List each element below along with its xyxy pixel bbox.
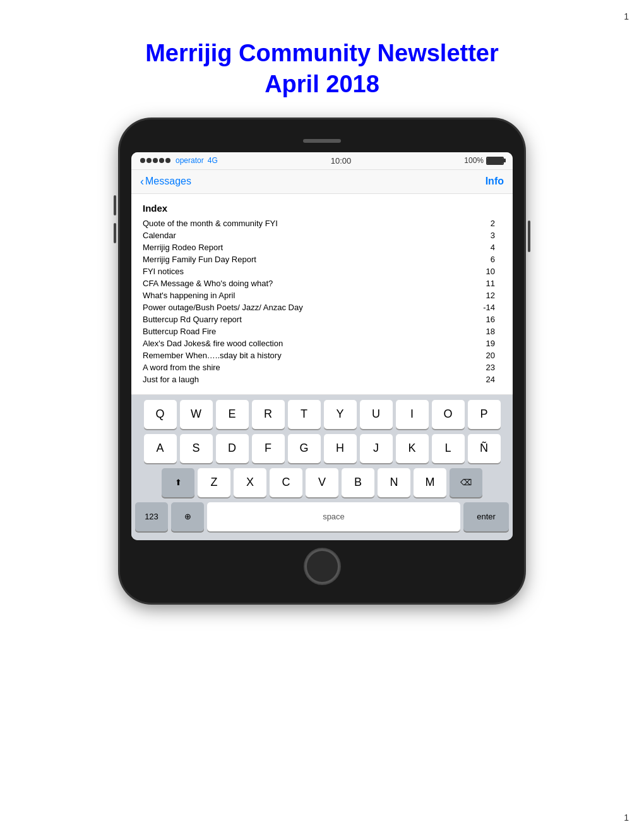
key-j[interactable]: J: [360, 434, 393, 463]
key-x[interactable]: X: [234, 468, 266, 497]
index-item-page: 11: [465, 277, 501, 289]
index-item-page: 3: [465, 229, 501, 241]
battery-icon: [486, 157, 504, 165]
messages-info-button[interactable]: Info: [486, 176, 504, 187]
key-d[interactable]: D: [216, 434, 249, 463]
index-item-page: 23: [465, 361, 501, 373]
index-item-label: What's happening in April: [143, 289, 465, 301]
phone-speaker: [303, 139, 341, 143]
index-item-label: Calendar: [143, 229, 465, 241]
index-row: Merrijig Family Fun Day Report6: [143, 253, 501, 265]
keyboard-row-2: ASDFGHJKLÑ: [135, 434, 509, 463]
index-row: Buttercup Road Fire18: [143, 325, 501, 337]
index-item-page: 16: [465, 313, 501, 325]
keyboard: QWERTYUIOP ASDFGHJKLÑ ⬆ZXCVBNM⌫ 123⊕spac…: [131, 395, 513, 540]
key-c[interactable]: C: [270, 468, 302, 497]
backspace-key[interactable]: ⌫: [450, 468, 482, 497]
key-o[interactable]: O: [432, 400, 465, 429]
home-button[interactable]: [305, 549, 340, 584]
key-r[interactable]: R: [252, 400, 285, 429]
battery-fill: [487, 158, 503, 164]
space-key[interactable]: space: [207, 502, 460, 531]
page-number-top: 1: [624, 11, 629, 21]
globe-key[interactable]: ⊕: [171, 502, 204, 531]
index-row: Quote of the month & community FYI2: [143, 217, 501, 229]
index-row: FYI notices10: [143, 265, 501, 277]
index-item-page: 24: [465, 373, 501, 385]
index-item-label: Buttercup Road Fire: [143, 325, 465, 337]
index-item-label: A word from the shire: [143, 361, 465, 373]
key-i[interactable]: I: [396, 400, 429, 429]
status-bar: operator 4G 10:00 100%: [131, 152, 513, 170]
key-v[interactable]: V: [306, 468, 338, 497]
status-time: 10:00: [331, 156, 352, 166]
key-b[interactable]: B: [342, 468, 374, 497]
key-z[interactable]: Z: [198, 468, 230, 497]
phone-screen: operator 4G 10:00 100% ‹ Messages Info: [131, 152, 513, 540]
operator-label: operator: [176, 156, 204, 165]
index-row: Calendar3: [143, 229, 501, 241]
power-btn: [528, 221, 530, 252]
phone-wrapper: operator 4G 10:00 100% ‹ Messages Info: [0, 119, 644, 603]
key-s[interactable]: S: [180, 434, 213, 463]
key-w[interactable]: W: [180, 400, 213, 429]
index-row: Alex's Dad Jokes& fire wood collection19: [143, 337, 501, 349]
signal-dot-1: [140, 158, 145, 163]
index-item-page: 4: [465, 241, 501, 253]
chevron-left-icon: ‹: [140, 175, 144, 188]
index-row: What's happening in April12: [143, 289, 501, 301]
enter-key[interactable]: enter: [463, 502, 509, 531]
keyboard-row-bottom: 123⊕spaceenter: [135, 502, 509, 531]
phone-home-area: [131, 549, 513, 584]
index-row: Buttercup Rd Quarry report16: [143, 313, 501, 325]
signal-dot-3: [153, 158, 158, 163]
phone-top-bar: [131, 132, 513, 150]
num-key[interactable]: 123: [135, 502, 168, 531]
index-item-label: Buttercup Rd Quarry report: [143, 313, 465, 325]
messages-back-button[interactable]: ‹ Messages: [140, 175, 191, 188]
key-y[interactable]: Y: [324, 400, 357, 429]
index-item-label: Quote of the month & community FYI: [143, 217, 465, 229]
index-item-page: 2: [465, 217, 501, 229]
shift-key[interactable]: ⬆: [162, 468, 194, 497]
key-a[interactable]: A: [144, 434, 177, 463]
page-number-bottom: 1: [624, 813, 629, 823]
key-g[interactable]: G: [288, 434, 321, 463]
volume-buttons: [114, 195, 116, 243]
key-e[interactable]: E: [216, 400, 249, 429]
index-row: Just for a laugh24: [143, 373, 501, 385]
index-item-page: 19: [465, 337, 501, 349]
index-item-page: 6: [465, 253, 501, 265]
index-row: CFA Message & Who's doing what?11: [143, 277, 501, 289]
index-item-page: 12: [465, 289, 501, 301]
messages-back-label[interactable]: Messages: [145, 176, 191, 187]
index-row: A word from the shire23: [143, 361, 501, 373]
keyboard-row-3: ⬆ZXCVBNM⌫: [135, 468, 509, 497]
volume-down-btn: [114, 223, 116, 243]
index-item-label: Just for a laugh: [143, 373, 465, 385]
index-item-label: Power outage/Bush Poets/ Jazz/ Anzac Day: [143, 301, 465, 313]
key-u[interactable]: U: [360, 400, 393, 429]
key-ñ[interactable]: Ñ: [468, 434, 501, 463]
key-l[interactable]: L: [432, 434, 465, 463]
key-p[interactable]: P: [468, 400, 501, 429]
index-item-label: Merrijig Rodeo Report: [143, 241, 465, 253]
signal-dot-2: [146, 158, 152, 163]
index-item-page: 20: [465, 349, 501, 361]
status-right: 100%: [464, 156, 504, 165]
index-item-label: FYI notices: [143, 265, 465, 277]
key-h[interactable]: H: [324, 434, 357, 463]
signal-dot-4: [159, 158, 164, 163]
key-m[interactable]: M: [414, 468, 446, 497]
key-f[interactable]: F: [252, 434, 285, 463]
key-k[interactable]: K: [396, 434, 429, 463]
signal-dots: [140, 158, 170, 163]
index-area: Index Quote of the month & community FYI…: [131, 194, 513, 395]
key-t[interactable]: T: [288, 400, 321, 429]
phone-device: operator 4G 10:00 100% ‹ Messages Info: [120, 119, 524, 603]
key-n[interactable]: N: [378, 468, 410, 497]
index-item-page: -14: [465, 301, 501, 313]
index-row: Merrijig Rodeo Report4: [143, 241, 501, 253]
key-q[interactable]: Q: [144, 400, 177, 429]
index-row: Remember When…..sday bit a history20: [143, 349, 501, 361]
